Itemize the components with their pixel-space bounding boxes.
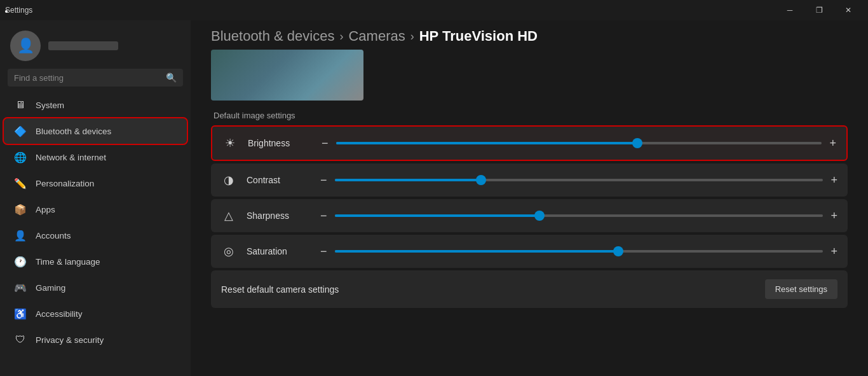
brightness-controls: − +: [322, 137, 836, 149]
sliders-list: ☀ Brightness − + ◑ Contrast − + △ Sharpn…: [211, 125, 848, 268]
reset-settings-button[interactable]: Reset settings: [765, 279, 837, 299]
saturation-track[interactable]: [335, 250, 824, 253]
sidebar-item-label-accessibility: Accessibility: [36, 309, 83, 319]
time-icon: 🕐: [14, 255, 27, 268]
brightness-icon: ☀: [222, 136, 238, 151]
breadcrumb-sep-1: ›: [339, 30, 343, 43]
sidebar-item-accounts[interactable]: 👤 Accounts: [4, 223, 187, 248]
avatar: 👤: [10, 31, 41, 61]
sidebar-item-time[interactable]: 🕐 Time & language: [4, 249, 187, 274]
sidebar-item-personalization[interactable]: ✏️ Personalization: [4, 171, 187, 196]
settings-section: Default image settings ☀ Brightness − + …: [191, 111, 868, 308]
sharpness-increase[interactable]: +: [831, 210, 837, 221]
saturation-label: Saturation: [247, 246, 310, 256]
contrast-fill: [335, 179, 482, 181]
close-button[interactable]: ✕: [834, 0, 863, 20]
user-profile: 👤: [0, 20, 191, 69]
gaming-icon: 🎮: [14, 281, 27, 294]
system-icon: 🖥: [14, 99, 27, 111]
contrast-track[interactable]: [335, 179, 824, 181]
contrast-icon: ◑: [221, 172, 236, 188]
sidebar-item-label-apps: Apps: [36, 205, 55, 214]
sidebar-item-privacy[interactable]: 🛡 Privacy & security: [4, 327, 187, 352]
sidebar-item-label-network: Network & internet: [36, 153, 106, 162]
cursor: [5, 10, 8, 13]
saturation-decrease[interactable]: −: [320, 246, 327, 257]
saturation-fill: [335, 250, 618, 253]
sidebar-item-system[interactable]: 🖥 System: [4, 92, 187, 118]
maximize-button[interactable]: ❐: [804, 0, 834, 20]
section-title: Default image settings: [211, 111, 848, 120]
sharpness-fill: [335, 214, 540, 217]
privacy-icon: 🛡: [14, 333, 27, 346]
saturation-thumb[interactable]: [613, 246, 623, 256]
contrast-thumb[interactable]: [476, 175, 486, 185]
sharpness-controls: − +: [320, 210, 837, 221]
brightness-track[interactable]: [336, 142, 822, 144]
sidebar-item-label-bluetooth: Bluetooth & devices: [36, 127, 111, 136]
reset-label: Reset default camera settings: [221, 284, 339, 295]
sharpness-thumb[interactable]: [534, 211, 545, 221]
breadcrumb-item-3: HP TrueVision HD: [419, 28, 538, 45]
brightness-fill: [336, 142, 637, 144]
saturation-controls: − +: [320, 246, 837, 257]
apps-icon: 📦: [14, 203, 27, 216]
titlebar-left: Settings: [5, 6, 32, 15]
sharpness-track[interactable]: [335, 214, 824, 217]
reset-row: Reset default camera settings Reset sett…: [211, 270, 848, 308]
breadcrumb-sep-2: ›: [410, 30, 414, 43]
contrast-label: Contrast: [247, 175, 310, 185]
contrast-decrease[interactable]: −: [320, 174, 327, 186]
sidebar-item-label-gaming: Gaming: [36, 283, 65, 293]
personalization-icon: ✏️: [14, 177, 27, 190]
contrast-controls: − +: [320, 174, 837, 186]
nav-list: 🖥 System 🔷 Bluetooth & devices 🌐 Network…: [0, 92, 191, 353]
sharpness-decrease[interactable]: −: [320, 210, 327, 221]
bluetooth-icon: 🔷: [14, 125, 27, 137]
network-icon: 🌐: [14, 151, 27, 164]
sidebar-item-label-system: System: [36, 101, 64, 110]
breadcrumb-item-1: Bluetooth & devices: [211, 28, 334, 45]
sidebar-item-label-time: Time & language: [36, 257, 100, 267]
search-input[interactable]: [14, 73, 161, 83]
sharpness-label: Sharpness: [247, 211, 310, 221]
brightness-thumb[interactable]: [632, 138, 642, 148]
sidebar-item-apps[interactable]: 📦 Apps: [4, 197, 187, 222]
app-title: Settings: [5, 6, 32, 15]
sidebar-item-network[interactable]: 🌐 Network & internet: [4, 144, 187, 170]
slider-row-saturation: ◎ Saturation − +: [211, 235, 848, 268]
accessibility-icon: ♿: [14, 307, 27, 320]
saturation-increase[interactable]: +: [831, 246, 837, 257]
sidebar-item-label-accounts: Accounts: [36, 231, 71, 240]
slider-row-sharpness: △ Sharpness − +: [211, 199, 848, 232]
sidebar-item-gaming[interactable]: 🎮 Gaming: [4, 275, 187, 300]
minimize-button[interactable]: ─: [775, 0, 804, 20]
search-box[interactable]: 🔍: [8, 69, 183, 87]
sidebar-item-label-privacy: Privacy & security: [36, 335, 104, 345]
content-area: Bluetooth & devices › Cameras › HP TrueV…: [191, 20, 868, 376]
app-body: 👤 🔍 🖥 System 🔷 Bluetooth & devices 🌐 Net…: [0, 20, 868, 376]
brightness-increase[interactable]: +: [829, 137, 836, 149]
sidebar-item-bluetooth[interactable]: 🔷 Bluetooth & devices: [4, 118, 187, 144]
camera-preview: [211, 50, 363, 101]
breadcrumb-item-2: Cameras: [348, 28, 405, 45]
brightness-label: Brightness: [248, 138, 311, 148]
slider-row-brightness: ☀ Brightness − +: [211, 125, 848, 161]
user-name-blur: [48, 41, 118, 50]
contrast-increase[interactable]: +: [831, 174, 837, 186]
slider-row-contrast: ◑ Contrast − +: [211, 164, 848, 197]
titlebar-controls: ─ ❐ ✕: [775, 0, 863, 20]
accounts-icon: 👤: [14, 229, 27, 242]
titlebar: Settings ─ ❐ ✕: [0, 0, 868, 20]
breadcrumb: Bluetooth & devices › Cameras › HP TrueV…: [191, 20, 868, 50]
search-icon: 🔍: [166, 73, 177, 83]
saturation-icon: ◎: [221, 244, 236, 259]
brightness-decrease[interactable]: −: [322, 137, 329, 149]
sharpness-icon: △: [221, 208, 236, 223]
sidebar-item-accessibility[interactable]: ♿ Accessibility: [4, 301, 187, 326]
sidebar-item-label-personalization: Personalization: [36, 179, 94, 188]
sidebar: 👤 🔍 🖥 System 🔷 Bluetooth & devices 🌐 Net…: [0, 20, 191, 376]
